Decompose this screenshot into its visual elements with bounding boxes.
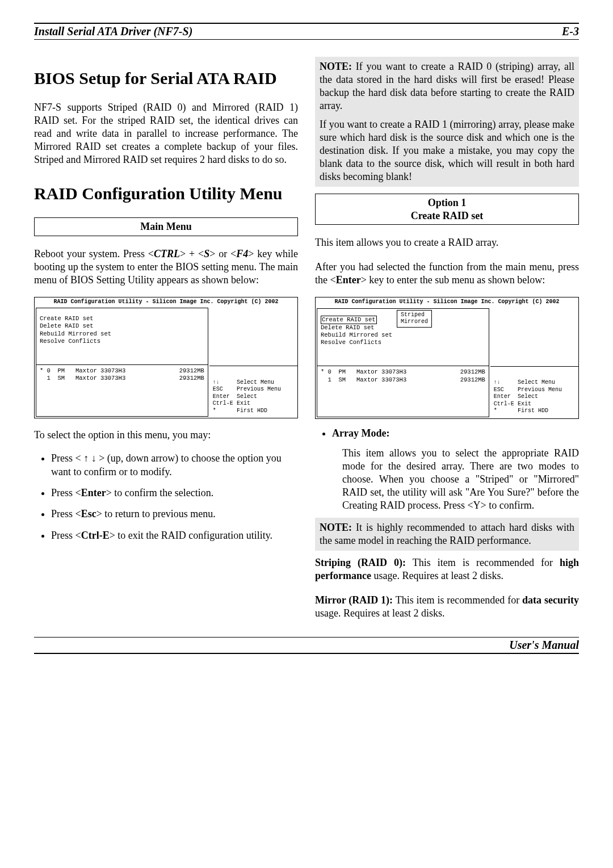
para-reboot: Reboot your system. Press <CTRL> + <S> o… — [34, 248, 298, 287]
ss1-menu-0: Create RAID set — [40, 315, 204, 322]
ss1-legend: ↑↓Select Menu ESCPrevious Menu EnterSele… — [213, 379, 294, 415]
list-item: Press < ↑ ↓ > (up, down arrow) to choose… — [51, 452, 298, 479]
para-striping: Striping (RAID 0): This item is recommen… — [315, 556, 579, 582]
footer-right: User's Manual — [509, 639, 579, 651]
para-select-option: To select the option in this menu, you m… — [34, 429, 298, 442]
ss1-disk-1: 1 SM Maxtor 33073H3 29312MB — [40, 375, 204, 382]
ss2-submenu: Striped Mirrored — [397, 310, 432, 328]
bios-screenshot-2: RAID Configuration Utility - Silicon Ima… — [315, 297, 579, 419]
heading-bios-setup: BIOS Setup for Serial ATA RAID — [34, 68, 298, 89]
ss1-menu-1: Delete RAID set — [40, 322, 204, 330]
ss2-left-pane: Create RAID set Delete RAID set Rebuild … — [317, 308, 489, 417]
option-1-header: Option 1 Create RAID set — [315, 194, 579, 225]
option-1-line2: Create RAID set — [411, 210, 484, 221]
heading-raid-config-utility: RAID Configuration Utility Menu — [34, 183, 298, 204]
ss2-right-pane: ↑↓Select Menu ESCPrevious Menu EnterSele… — [490, 307, 578, 418]
ss2-legend: ↑↓Select Menu ESCPrevious Menu EnterSele… — [494, 379, 575, 415]
list-item: Array Mode: — [332, 427, 579, 440]
note-box-1: NOTE: If you want to create a RAID 0 (st… — [315, 57, 579, 187]
ss1-left-pane: Create RAID set Delete RAID set Rebuild … — [36, 308, 208, 417]
right-column: NOTE: If you want to create a RAID 0 (st… — [315, 57, 579, 626]
left-column: BIOS Setup for Serial ATA RAID NF7-S sup… — [34, 57, 298, 626]
ss2-menu-3: Resolve Conflicts — [321, 339, 485, 346]
ss1-menu-3: Resolve Conflicts — [40, 338, 204, 345]
ss1-title: RAID Configuration Utility - Silicon Ima… — [35, 297, 297, 307]
ss2-disk-1: 1 SM Maxtor 33073H3 29312MB — [321, 376, 485, 384]
ss2-title: RAID Configuration Utility - Silicon Ima… — [316, 297, 578, 307]
ss1-menu-2: Rebuild Mirrored set — [40, 330, 204, 338]
para-nf7s-support: NF7-S supports Striped (RAID 0) and Mirr… — [34, 101, 298, 166]
header-left: Install Serial ATA Driver (NF7-S) — [34, 25, 192, 38]
note-box-2: NOTE: It is highly recommended to attach… — [315, 518, 579, 551]
list-item: Press <Ctrl-E> to exit the RAID configur… — [51, 529, 298, 542]
para-mirror: Mirror (RAID 1): This item is recommende… — [315, 594, 579, 620]
page-header: Install Serial ATA Driver (NF7-S) E-3 — [34, 23, 579, 40]
option-1-line1: Option 1 — [428, 197, 467, 208]
list-item: Press <Enter> to confirm the selection. — [51, 487, 298, 500]
main-menu-header: Main Menu — [34, 217, 298, 236]
array-mode-body: This item allows you to select the appro… — [342, 447, 579, 512]
ss1-disk-0: * 0 PM Maxtor 33073H3 29312MB — [40, 367, 204, 375]
header-right: E-3 — [562, 25, 579, 38]
bios-screenshot-1: RAID Configuration Utility - Silicon Ima… — [34, 297, 298, 419]
ss2-menu-2: Rebuild Mirrored set — [321, 332, 485, 339]
ss2-disk-0: * 0 PM Maxtor 33073H3 29312MB — [321, 368, 485, 376]
list-item: Press <Esc> to return to previous menu. — [51, 508, 298, 521]
main-menu-label: Main Menu — [140, 221, 192, 232]
menu-key-list: Press < ↑ ↓ > (up, down arrow) to choose… — [51, 452, 298, 550]
para-opt1-desc: This item allows you to create a RAID ar… — [315, 236, 579, 249]
para-opt1-enter: After you had selected the function from… — [315, 261, 579, 287]
page-footer: User's Manual — [34, 637, 579, 654]
ss1-right-pane: ↑↓Select Menu ESCPrevious Menu EnterSele… — [209, 307, 297, 418]
array-mode-bullet: Array Mode: — [332, 427, 579, 443]
